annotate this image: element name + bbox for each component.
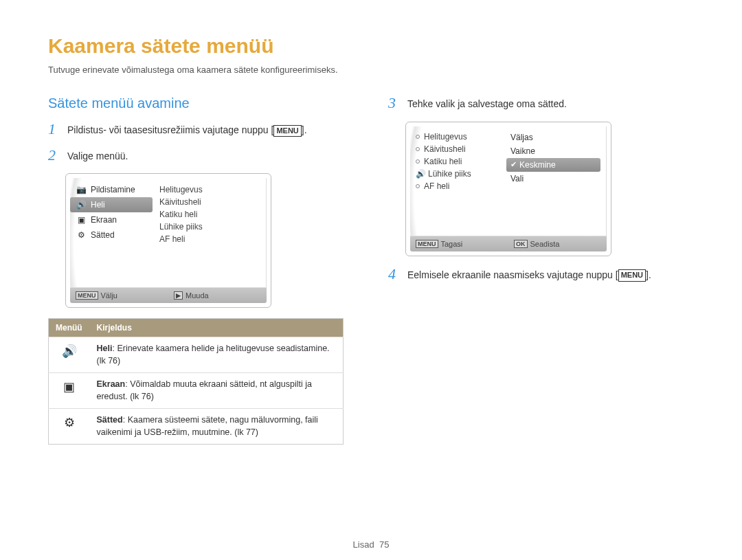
section-title: Sätete menüü avamine — [48, 96, 354, 111]
table-row: ▣ Ekraan: Võimaldab muuta ekraani sättei… — [49, 373, 344, 409]
step-1-after: ]. — [302, 124, 307, 135]
footer-label: Lisad — [353, 539, 374, 550]
row-title: Heli — [97, 344, 113, 353]
ok-label-icon: OK — [514, 240, 528, 248]
lcd-set-label: Seadista — [530, 240, 560, 248]
footer-page-number: 75 — [379, 539, 389, 550]
list-item: Käivitusheli — [424, 144, 466, 154]
menu-description-table: Menüü Kirjeldus 🔊 Heli: Erinevate kaamer… — [48, 318, 344, 445]
step-3: 3 Tehke valik ja salvestage oma sätted. — [388, 96, 694, 111]
row-text: : Kaamera süsteemi sätete, nagu mäluvorm… — [97, 415, 318, 437]
step-4-after: ]. — [646, 269, 651, 280]
step-number: 4 — [388, 267, 401, 282]
submenu-item: Helitugevus — [159, 183, 262, 196]
bullet-icon — [416, 159, 420, 164]
gear-icon: ⚙ — [49, 409, 90, 445]
bullet-icon — [416, 184, 420, 188]
row-title: Ekraan — [97, 379, 126, 389]
lcd-back-label: Tagasi — [441, 240, 463, 248]
menu-item-pildistamine: Pildistamine — [91, 185, 135, 194]
lcd-bottom-bar: MENUVälju ▶Muuda — [70, 288, 267, 303]
checkmark-icon: ✔ — [510, 160, 517, 169]
table-header-menu: Menüü — [49, 319, 90, 337]
row-title: Sätted — [97, 415, 123, 425]
step-number: 1 — [48, 122, 60, 137]
submenu-item: Katiku heli — [159, 208, 262, 221]
lcd-right-submenu: Helitugevus Käivitusheli Katiku heli Lüh… — [159, 183, 262, 245]
display-icon: ▣ — [49, 373, 90, 409]
sound-icon: 🔊 — [416, 169, 424, 179]
step-number: 2 — [48, 148, 60, 163]
lcd-exit-label: Välju — [101, 291, 117, 300]
arrow-right-icon: ▶ — [174, 291, 183, 300]
table-header-desc: Kirjeldus — [90, 319, 344, 337]
gear-icon: ⚙ — [76, 230, 87, 240]
option-item: Väljas — [506, 131, 600, 144]
menu-item-satted: Sätted — [91, 230, 115, 240]
step-1-body: Pildistus- või taasesitusrežiimis vajuta… — [67, 124, 273, 135]
bullet-icon — [416, 135, 420, 139]
step-number: 3 — [388, 96, 401, 111]
right-column: 3 Tehke valik ja salvestage oma sätted. … — [388, 96, 694, 445]
intro-text: Tutvuge erinevate võimalustega oma kaame… — [48, 65, 694, 75]
step-2: 2 Valige menüü. — [48, 148, 354, 164]
lcd-menu-screenshot: 📷Pildistamine 🔊Heli ▣Ekraan ⚙Sätted Heli… — [65, 173, 271, 308]
lcd-setting-screenshot: Helitugevus Käivitusheli Katiku heli 🔊Lü… — [405, 122, 611, 256]
row-text: : Võimaldab muuta ekraani sätteid, nt al… — [97, 379, 312, 401]
submenu-item: AF heli — [159, 233, 262, 245]
menu-item-ekraan: Ekraan — [91, 215, 117, 225]
step-4-text: Eelmisele ekraanile naasmiseks vajutage … — [407, 267, 651, 282]
menu-button-icon: MENU — [273, 125, 301, 137]
menu-label-icon: MENU — [416, 240, 438, 248]
page-footer: Lisad 75 — [0, 539, 742, 550]
option-item: Vaikne — [506, 144, 600, 158]
list-item: Helitugevus — [424, 132, 467, 142]
option-item: Vali — [506, 172, 600, 186]
table-row: 🔊 Heli: Erinevate kaamera helide ja heli… — [49, 337, 344, 373]
list-item: AF heli — [424, 181, 449, 191]
camera-icon: 📷 — [76, 185, 87, 194]
table-row: ⚙ Sätted: Kaamera süsteemi sätete, nagu … — [49, 409, 344, 445]
lcd-bottom-bar: MENUTagasi OKSeadista — [410, 236, 607, 251]
submenu-item: Käivitusheli — [159, 196, 262, 208]
step-3-text: Tehke valik ja salvestage oma sätted. — [407, 96, 567, 111]
step-1-text: Pildistus- või taasesitusrežiimis vajuta… — [67, 122, 307, 137]
lcd-change-label: Muuda — [186, 291, 209, 300]
lcd2-left-list: Helitugevus Käivitusheli Katiku heli 🔊Lü… — [416, 131, 471, 192]
list-item: Katiku heli — [424, 157, 462, 166]
step-2-text: Valige menüü. — [67, 148, 128, 164]
menu-label-icon: MENU — [76, 291, 98, 300]
row-text: : Erinevate kaamera helide ja helitugevu… — [97, 344, 330, 366]
lcd-left-menu: 📷Pildistamine 🔊Heli ▣Ekraan ⚙Sätted — [70, 182, 153, 243]
content-columns: Sätete menüü avamine 1 Pildistus- või ta… — [48, 96, 694, 445]
sound-icon: 🔊 — [76, 200, 87, 210]
step-1: 1 Pildistus- või taasesitusrežiimis vaju… — [48, 122, 354, 137]
option-item-selected: ✔Keskmine — [506, 158, 600, 172]
page-title: Kaamera sätete menüü — [48, 34, 694, 58]
list-item: Lühike piiks — [428, 169, 471, 179]
display-icon: ▣ — [76, 215, 87, 225]
lcd2-right-options: Väljas Vaikne ✔Keskmine Vali — [506, 131, 600, 186]
step-4-body: Eelmisele ekraanile naasmiseks vajutage … — [407, 269, 618, 280]
menu-item-heli: Heli — [91, 200, 105, 210]
step-4: 4 Eelmisele ekraanile naasmiseks vajutag… — [388, 267, 694, 282]
sound-icon: 🔊 — [49, 337, 90, 373]
menu-button-icon: MENU — [618, 269, 646, 281]
option-label: Keskmine — [519, 160, 556, 170]
bullet-icon — [416, 147, 420, 151]
left-column: Sätete menüü avamine 1 Pildistus- või ta… — [48, 96, 354, 445]
submenu-item: Lühike piiks — [159, 221, 262, 233]
